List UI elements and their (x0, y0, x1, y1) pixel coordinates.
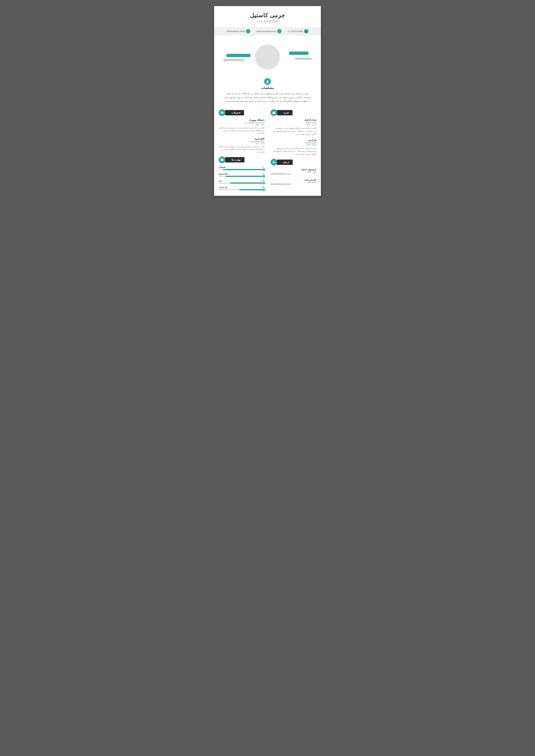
ref-company-2: آژانس خلاق (270, 181, 316, 183)
candidate-title: طراح گرافیک و وب (217, 19, 318, 22)
edu-item-1: دانشگاه نیویورک فارغ التحصیل کارشناسی ار… (219, 119, 265, 135)
exp-company-2: آژانس گرافیک (270, 142, 316, 144)
phone-contact: +1-718-310-5588 📞 (288, 29, 308, 33)
skill-pct-1: ٩٠٪ (262, 166, 265, 168)
exp-date-1: اکنون - 2021 (270, 124, 316, 126)
deco-bar-left-gray (223, 59, 245, 61)
two-column-section: تجربه طراح گرافیک آژانس گرافیک اکنون - 2… (214, 106, 321, 196)
ref-name-2: بئاتریس یاروز (270, 178, 316, 181)
profile-section (214, 40, 321, 74)
exp-date-2: 2020 - 2018 (270, 144, 316, 146)
edu-degree-2: فارغ التحصیل لیسانس (219, 141, 265, 143)
about-section: مشخصات اناتان به سادگی متن ساختگی صنعت چ… (214, 75, 321, 106)
skill-bar-thumb-3 (263, 182, 265, 184)
skills-list: ٩٠٪ فتوشاپ ٨٥٪ ایلاستریتور ٧٥٪ ورد (219, 166, 265, 190)
skill-pct-4: ٥٥٪ (262, 186, 265, 188)
skill-bar-thumb-4 (263, 188, 265, 191)
education-icon (219, 109, 225, 116)
exp-item-2: طراح وب آژانس گرافیک 2020 - 2018 اناتان … (270, 139, 316, 156)
skills-label: مهارت ها (224, 157, 244, 162)
address-contact: 769 Prudence Street 📍 (227, 29, 250, 33)
website-contact: www.yourwebsite.com 🌐 (256, 29, 282, 33)
skill-pct-3: ٧٥٪ (262, 179, 265, 181)
exp-job-title-1: طراح گرافیک (270, 119, 316, 121)
experience-header: تجربه (270, 109, 316, 116)
exp-job-title-2: طراح وب (270, 139, 316, 141)
education-list: دانشگاه نیویورک فارغ التحصیل کارشناسی ار… (219, 119, 265, 153)
skill-bar-thumb-2 (263, 175, 265, 177)
about-text: اناتان به سادگی متن ساختگی صنعت چاپ و حر… (223, 92, 312, 103)
ref-name-1: کریستوفر اسکیت (270, 168, 316, 171)
references-section: ارجاع کریستوفر اسکیت آژانس خلاق yourwebs… (270, 159, 316, 185)
ref-email-2: yourwebsite@email.com (270, 183, 316, 185)
candidate-name: جرمی کاستیل (217, 12, 318, 18)
references-icon (270, 159, 277, 166)
experience-list: طراح گرافیک آژانس گرافیک اکنون - 2021 ان… (270, 119, 316, 156)
exp-item-1: طراح گرافیک آژانس گرافیک اکنون - 2021 ان… (270, 119, 316, 136)
skill-item-1: ٩٠٪ فتوشاپ (219, 166, 265, 170)
ref-item-1: کریستوفر اسکیت آژانس خلاق yourwebsite@em… (270, 168, 316, 175)
edu-desc-1: اناتان به سادگی متن ساختگی صنعت چاپ و حر… (219, 127, 265, 135)
ref-email-1: yourwebsite@email.com (270, 173, 316, 175)
phone-text: +1-718-310-5588 (288, 30, 303, 33)
skill-bar-fill-1 (223, 169, 265, 170)
edu-date-2: 2009 - 2007 (219, 143, 265, 145)
deco-bar-left (226, 54, 251, 57)
references-label: ارجاع (276, 160, 293, 165)
skill-name-2: ایلاستریتور (219, 173, 228, 175)
education-label: تحصیلات (224, 110, 244, 115)
ref-item-2: بئاتریس یاروز آژانس خلاق yourwebsite@ema… (270, 178, 316, 185)
skill-name-4: این دیزاین (219, 186, 227, 188)
references-list: کریستوفر اسکیت آژانس خلاق yourwebsite@em… (270, 168, 316, 185)
skill-name-3: ورد (219, 179, 221, 182)
exp-desc-1: اناتان به سادگی متن ساختگی صنعت چاپ و حر… (270, 127, 316, 136)
deco-bar-right-gray (295, 58, 312, 60)
skill-bar-bg-4 (219, 189, 265, 190)
skills-icon (219, 156, 225, 163)
edu-item-2: کالج باروخ فارغ التحصیل لیسانس 2009 - 20… (219, 137, 265, 153)
exp-company-1: آژانس گرافیک (270, 122, 316, 123)
experience-icon (270, 109, 277, 116)
address-text: 769 Prudence Street (227, 30, 245, 33)
left-column: تحصیلات دانشگاه نیویورک فارغ التحصیل کار… (219, 109, 268, 193)
globe-icon: 🌐 (277, 29, 282, 33)
skill-bar-bg-1 (219, 169, 265, 170)
skill-name-1: فتوشاپ (219, 166, 225, 168)
resume-page: جرمی کاستیل طراح گرافیک و وب +1-718-310-… (214, 6, 321, 196)
avatar (255, 45, 280, 69)
edu-date-1: 2011 - 2009 (219, 124, 265, 126)
edu-school-1: دانشگاه نیویورک (219, 119, 265, 122)
skill-bar-fill-3 (230, 182, 265, 184)
skill-pct-2: ٨٥٪ (262, 173, 265, 175)
references-header: ارجاع (270, 159, 316, 166)
about-icon (264, 78, 271, 85)
skills-section: مهارت ها ٩٠٪ فتوشاپ ٨٥٪ ایلاستریتور (219, 156, 265, 190)
skill-bar-bg-2 (219, 176, 265, 177)
skill-bar-bg-3 (219, 182, 265, 184)
skill-item-2: ٨٥٪ ایلاستریتور (219, 173, 265, 177)
ref-company-1: آژانس خلاق (270, 171, 316, 173)
website-text: www.yourwebsite.com (256, 30, 276, 33)
experience-label: تجربه (276, 110, 293, 115)
header-section: جرمی کاستیل طراح گرافیک و وب (214, 6, 321, 25)
phone-icon: 📞 (304, 29, 308, 33)
right-column: تجربه طراح گرافیک آژانس گرافیک اکنون - 2… (268, 109, 316, 193)
deco-bar-right (289, 51, 309, 55)
skill-bar-thumb-1 (263, 168, 265, 171)
skills-header: مهارت ها (219, 156, 265, 163)
exp-desc-2: اناتان به سادگی متن ساختگی صنعت چاپ و حر… (270, 147, 316, 156)
education-header: تحصیلات (219, 109, 265, 116)
skill-item-4: ٥٥٪ این دیزاین (219, 186, 265, 190)
skill-bar-fill-2 (226, 176, 265, 177)
contact-bar: +1-718-310-5588 📞 www.yourwebsite.com 🌐 … (214, 27, 321, 36)
skill-item-3: ٧٥٪ ورد (219, 179, 265, 184)
edu-degree-1: فارغ التحصیل کارشناسی ارشد (219, 122, 265, 124)
edu-school-2: کالج باروخ (219, 137, 265, 140)
edu-desc-2: اناتان به سادگی متن ساختگی صنعت چاپ و حر… (219, 146, 265, 153)
about-title: مشخصات (223, 86, 312, 90)
location-icon: 📍 (246, 29, 250, 33)
skill-bar-fill-4 (239, 189, 265, 190)
